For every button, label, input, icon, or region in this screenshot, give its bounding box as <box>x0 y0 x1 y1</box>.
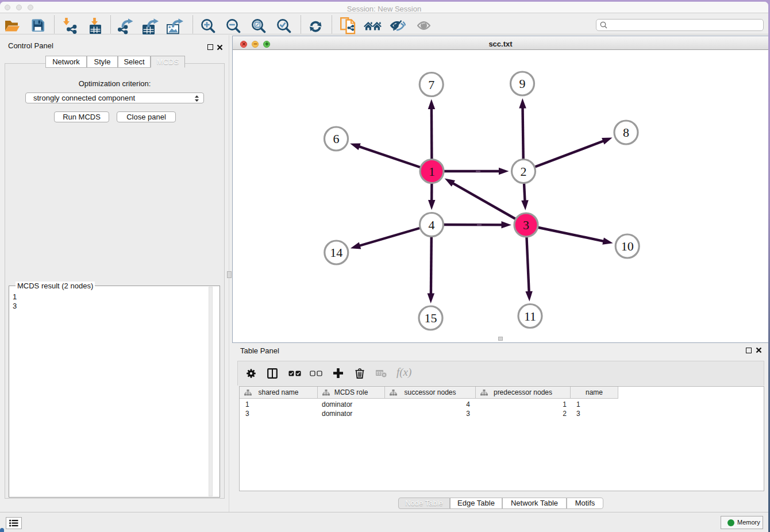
svg-text:7: 7 <box>428 78 434 92</box>
svg-text:15: 15 <box>425 311 437 325</box>
svg-text:2: 2 <box>521 164 527 179</box>
svg-text:9: 9 <box>519 76 526 91</box>
svg-text:3: 3 <box>523 218 529 232</box>
svg-text:10: 10 <box>621 239 634 253</box>
svg-text:6: 6 <box>333 132 340 146</box>
svg-text:1: 1 <box>429 164 435 179</box>
svg-text:4: 4 <box>429 218 435 232</box>
svg-text:8: 8 <box>623 125 629 140</box>
svg-text:14: 14 <box>330 245 342 260</box>
svg-text:11: 11 <box>524 309 536 323</box>
